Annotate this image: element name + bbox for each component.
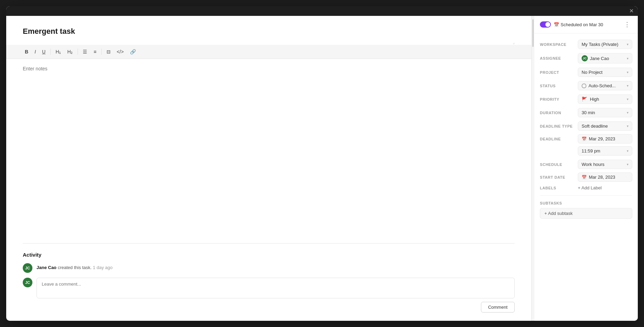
start-date-text: Mar 28, 2023 (589, 175, 615, 180)
workspace-text: My Tasks (Private) (582, 42, 618, 47)
close-button[interactable]: ✕ (629, 8, 634, 14)
scheduled-label: Scheduled on Mar 30 (561, 22, 603, 27)
italic-button[interactable]: I (32, 48, 38, 56)
activity-title: Activity (23, 252, 515, 258)
subtasks-section: SUBTASKS + Add subtask (534, 198, 638, 221)
labels-label: LABELS (540, 186, 578, 190)
activity-user: Jane Cao (37, 265, 57, 270)
deadline-time-arrow-icon: ▾ (627, 149, 628, 153)
duration-label: DURATION (540, 111, 578, 115)
schedule-label: SCHEDULE (540, 162, 578, 167)
assignee-row: ASSIGNEE JC Jane Cao ▾ (534, 51, 638, 66)
deadline-type-row: DEADLINE TYPE Soft deadline ▾ (534, 119, 638, 133)
labels-row: LABELS + Add Label (534, 183, 638, 192)
duration-arrow-icon: ▾ (627, 111, 628, 115)
ordered-list-button[interactable]: ≡ (91, 48, 98, 56)
start-date-calendar-icon: 📅 (582, 175, 587, 180)
comment-button[interactable]: Comment (481, 302, 515, 313)
status-dropdown[interactable]: Auto-Sched... ▾ (578, 81, 632, 90)
schedule-text: Work hours (582, 162, 604, 167)
modal-body: ⌟ B I U H₁ H₂ ☰ ≡ ⊟ </> 🔗 (6, 16, 638, 321)
workspace-value: My Tasks (Private) ▾ (578, 40, 632, 49)
status-value: Auto-Sched... ▾ (578, 81, 632, 90)
project-value: No Project ▾ (578, 68, 632, 77)
deadline-time-picker[interactable]: 11:59 pm ▾ (578, 146, 632, 156)
priority-label: PRIORITY (540, 97, 578, 101)
deadline-label: DEADLINE (540, 137, 578, 141)
schedule-row: SCHEDULE Work hours ▾ (534, 158, 638, 171)
duration-value: 30 min ▾ (578, 108, 632, 117)
code-button[interactable]: </> (115, 48, 126, 56)
comment-submit: Comment (23, 302, 515, 313)
left-panel: ⌟ B I U H₁ H₂ ☰ ≡ ⊟ </> 🔗 (6, 16, 532, 321)
deadline-time-text: 11:59 pm (582, 148, 600, 153)
schedule-arrow-icon: ▾ (627, 162, 628, 166)
priority-value: 🚩 High ▾ (578, 95, 632, 104)
modal-overlay: ✕ ⌟ B I U H₁ H₂ ☰ ≡ (0, 0, 644, 327)
workspace-dropdown[interactable]: My Tasks (Private) ▾ (578, 40, 632, 49)
props-list: WORKSPACE My Tasks (Private) ▾ ASSIGNEE (534, 33, 638, 226)
h2-button[interactable]: H₂ (65, 48, 75, 56)
more-options-button[interactable]: ⋮ (622, 20, 632, 29)
priority-dropdown[interactable]: 🚩 High ▾ (578, 95, 632, 104)
assignee-arrow-icon: ▾ (627, 57, 628, 60)
activity-action-text: created this task. (58, 265, 91, 270)
comment-input[interactable] (37, 278, 515, 298)
status-label: STATUS (540, 84, 578, 88)
modal-header-bar: ✕ (6, 6, 638, 16)
bullet-list-button[interactable]: ☰ (81, 48, 89, 56)
project-dropdown[interactable]: No Project ▾ (578, 68, 632, 77)
priority-arrow-icon: ▾ (627, 97, 628, 101)
assignee-value: JC Jane Cao ▾ (578, 53, 632, 63)
start-date-picker[interactable]: 📅 Mar 28, 2023 (578, 172, 632, 182)
scroll-thumb (532, 19, 534, 47)
add-label-button[interactable]: + Add Label (578, 185, 602, 190)
assignee-dropdown[interactable]: JC Jane Cao ▾ (578, 53, 632, 63)
deadline-type-value: Soft deadline ▾ (578, 121, 632, 131)
section-divider (540, 195, 632, 196)
priority-flag-icon: 🚩 (582, 97, 587, 102)
activity-text: Jane Cao created this task. 1 day ago (37, 263, 112, 270)
task-title-input[interactable] (23, 27, 515, 36)
comment-row: JC (23, 278, 515, 298)
scheduled-text: 📅 Scheduled on Mar 30 (554, 22, 603, 27)
project-label: PROJECT (540, 70, 578, 75)
workspace-arrow-icon: ▾ (627, 42, 628, 46)
deadline-date-picker[interactable]: 📅 Mar 29, 2023 (578, 134, 632, 143)
assignee-label: ASSIGNEE (540, 56, 578, 60)
notes-area (6, 59, 531, 243)
image-button[interactable]: ⊟ (104, 48, 113, 56)
duration-text: 30 min (582, 110, 595, 115)
status-circle-icon (582, 83, 586, 88)
duration-row: DURATION 30 min ▾ (534, 106, 638, 119)
underline-button[interactable]: U (40, 48, 48, 56)
workspace-label: WORKSPACE (540, 42, 578, 47)
deadline-date-text: Mar 29, 2023 (589, 136, 615, 141)
activity-time-value: 1 day ago (93, 265, 112, 270)
deadline-type-text: Soft deadline (582, 123, 608, 129)
duration-dropdown[interactable]: 30 min ▾ (578, 108, 632, 117)
notes-input[interactable] (23, 66, 515, 128)
link-button[interactable]: 🔗 (128, 48, 138, 56)
add-subtask-button[interactable]: + Add subtask (540, 208, 632, 219)
task-title-area (6, 16, 531, 40)
project-row: PROJECT No Project ▾ (534, 66, 638, 79)
bold-button[interactable]: B (23, 48, 30, 56)
modal: ✕ ⌟ B I U H₁ H₂ ☰ ≡ (6, 6, 638, 321)
project-text: No Project (582, 70, 603, 75)
start-date-label: START DATE (540, 175, 578, 179)
right-panel-top-bar: 📅 Scheduled on Mar 30 ⋮ (534, 16, 638, 33)
workspace-row: WORKSPACE My Tasks (Private) ▾ (534, 38, 638, 51)
h1-button[interactable]: H₁ (53, 48, 63, 56)
scroll-track[interactable] (532, 16, 534, 321)
toolbar-divider-3 (101, 49, 102, 55)
right-panel: 📅 Scheduled on Mar 30 ⋮ WORKSPACE My Tas… (534, 16, 638, 321)
start-date-row: START DATE 📅 Mar 28, 2023 (534, 171, 638, 183)
status-arrow-icon: ▾ (627, 84, 628, 88)
project-arrow-icon: ▾ (627, 70, 628, 74)
scheduled-toggle[interactable] (540, 21, 551, 28)
deadline-type-label: DEADLINE TYPE (540, 124, 578, 128)
schedule-dropdown[interactable]: Work hours ▾ (578, 160, 632, 169)
deadline-type-dropdown[interactable]: Soft deadline ▾ (578, 121, 632, 131)
status-row: STATUS Auto-Sched... ▾ (534, 79, 638, 92)
